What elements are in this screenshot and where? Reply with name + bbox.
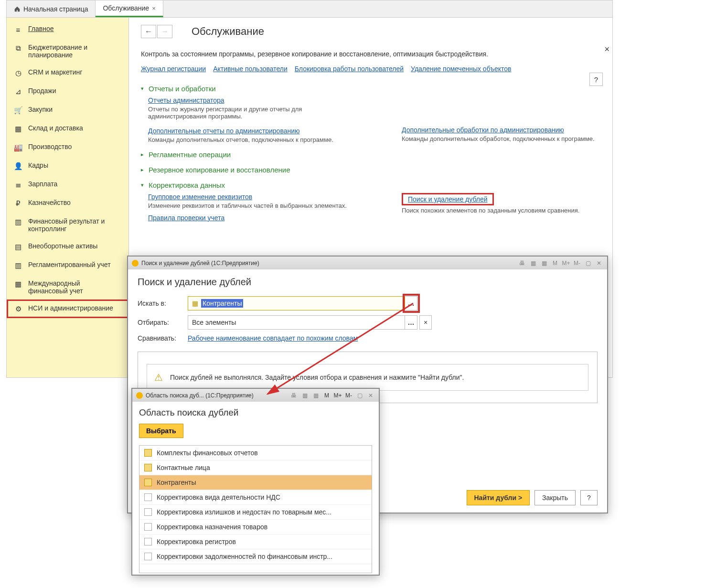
sidebar-item-1[interactable]: ⧉Бюджетирование и планирование [7,39,128,64]
list-item[interactable]: Корректировка регистров [139,535,372,549]
search-in-browse-button[interactable]: … [405,296,417,310]
filter-label: Отбирать: [138,319,181,326]
nav-back-icon[interactable]: ← [141,25,156,38]
list-item[interactable]: Корректировка излишков и недостач по тов… [139,505,372,520]
addl-reports-link[interactable]: Дополнительные отчеты по администрирован… [148,127,300,135]
app-icon [132,260,139,267]
close-button[interactable]: Закрыть [534,490,576,505]
close-icon[interactable]: × [152,5,156,12]
m-minus-icon[interactable]: M- [344,391,353,400]
list-item[interactable]: Комплекты финансовых отчетов [139,446,372,460]
sidebar-item-label: Бюджетирование и планирование [28,43,121,59]
sidebar-item-0[interactable]: ≡Главное [7,20,128,39]
page-close-icon[interactable]: × [604,44,609,54]
gear-icon: ⚙ [14,305,22,313]
m-icon[interactable]: M [322,391,331,400]
m-plus-icon[interactable]: M+ [562,259,570,267]
search-area-list[interactable]: Комплекты финансовых отчетовКонтактные л… [139,445,372,573]
filter-clear-button[interactable]: × [419,315,432,330]
search-in-value: Контрагенты [201,299,243,308]
sidebar-item-5[interactable]: ▦Склад и доставка [7,119,128,138]
page-title: Обслуживание [192,25,264,38]
list-item-label: Корректировка регистров [157,538,236,545]
tab-maintenance[interactable]: Обслуживание × [96,0,163,17]
filter-input[interactable]: Все элементы [188,315,405,330]
list-item-label: Комплекты финансовых отчетов [157,449,258,457]
sidebar-item-label: Закупки [28,106,53,113]
top-link-1[interactable]: Активные пользователи [213,65,288,73]
list-item[interactable]: Контрагенты [139,475,372,490]
m-plus-icon[interactable]: M+ [333,391,342,400]
top-link-3[interactable]: Удаление помеченных объектов [411,65,511,73]
section-reports[interactable]: ▾Отчеты и обработки [141,85,600,93]
sidebar-item-10[interactable]: ▥Финансовый результат и контроллинг [7,213,128,237]
sidebar-item-7[interactable]: 👤Кадры [7,157,128,175]
chart-icon: ⧉ [14,44,22,53]
find-duplicates-link[interactable]: Поиск и удаление дублей [408,195,488,203]
calc-icon-1[interactable]: ▦ [300,391,309,400]
sidebar-item-label: Финансовый результат и контроллинг [28,217,121,233]
find-duplicates-button[interactable]: Найти дубли > [467,490,530,505]
section-backup[interactable]: ▸Резервное копирование и восстановление [141,166,600,174]
maximize-icon[interactable]: ▢ [584,259,592,267]
m-icon[interactable]: M [551,259,559,267]
warning-icon: ⚠ [154,372,163,383]
list-item-label: Корректировка вида деятельности НДС [157,493,280,501]
calc-icon-1[interactable]: ▦ [529,259,537,267]
print-icon[interactable]: 🖶 [289,391,298,400]
calc-icon-2[interactable]: ▦ [540,259,548,267]
window-titlebar[interactable]: Область поиска дуб... (1С:Предприятие) 🖶… [132,389,379,402]
section-data-correction[interactable]: ▾Корректировка данных [141,181,600,189]
section-scheduled[interactable]: ▸Регламентные операции [141,150,600,159]
calc-icon-2[interactable]: ▦ [311,391,320,400]
list-item[interactable]: Корректировки задолженностей по финансов… [139,549,372,564]
top-link-2[interactable]: Блокировка работы пользователей [295,65,404,73]
sidebar-item-6[interactable]: 🏭Производство [7,138,128,157]
list-item-label: Контактные лица [157,464,210,471]
list-icon: ≣ [14,181,22,189]
print-icon[interactable]: 🖶 [518,259,526,267]
close-icon[interactable]: ✕ [366,391,375,400]
select-button[interactable]: Выбрать [139,424,183,438]
list-item[interactable]: Корректировка вида деятельности НДС [139,490,372,505]
sidebar-item-3[interactable]: ⊿Продажи [7,82,128,101]
admin-reports-link[interactable]: Отчеты администратора [148,96,224,104]
sidebar-item-label: CRM и маркетинг [28,68,82,76]
tab-label: Начальная страница [23,5,88,13]
nav-forward-icon[interactable]: → [157,25,172,38]
group-edit-link[interactable]: Групповое изменение реквизитов [148,193,252,201]
sidebar-item-4[interactable]: 🛒Закупки [7,101,128,119]
sidebar-item-12[interactable]: ▥Регламентированный учет [7,256,128,275]
sidebar-item-13[interactable]: ▦Международный финансовый учет [7,275,128,299]
search-in-input[interactable]: ▦ Контрагенты [188,296,405,310]
sidebar-item-9[interactable]: ₽Казначейство [7,194,128,213]
list-item[interactable]: Корректировка назначения товаров [139,520,372,535]
close-icon[interactable]: ✕ [595,259,603,267]
maximize-icon[interactable]: ▢ [355,391,364,400]
help-button[interactable]: ? [580,490,598,505]
window-titlebar[interactable]: Поиск и удаление дублей (1С:Предприятие)… [128,257,607,269]
tab-home[interactable]: Начальная страница [7,0,96,17]
doc-icon: ▥ [14,261,22,270]
sidebar-item-label: НСИ и администрирование [28,304,113,312]
page-help-button[interactable]: ? [589,73,603,86]
m-minus-icon[interactable]: M- [573,259,581,267]
top-link-0[interactable]: Журнал регистрации [141,65,206,73]
status-text: Поиск дублей не выполнялся. Задайте усло… [170,374,464,381]
top-links: Журнал регистрацииАктивные пользователиБ… [141,65,600,73]
globe-icon: ▦ [14,280,22,289]
boxes-icon: ▦ [14,125,22,133]
sidebar-item-8[interactable]: ≣Зарплата [7,175,128,194]
list-item[interactable]: Контактные лица [139,460,372,475]
filter-browse-button[interactable]: … [405,315,417,330]
sidebar-item-label: Казначейство [28,199,71,206]
check-rules-link[interactable]: Правила проверки учета [148,214,224,222]
compare-link[interactable]: Рабочее наименование совпадает по похожи… [188,334,358,342]
sidebar-item-label: Внеоборотные активы [28,242,97,250]
addl-processing-link[interactable]: Дополнительные обработки по администриро… [402,126,564,134]
sidebar-item-2[interactable]: ◷CRM и маркетинг [7,64,128,82]
window-title: Область поиска дуб... (1С:Предприятие) [146,392,254,399]
sidebar-item-11[interactable]: ▤Внеоборотные активы [7,237,128,256]
sidebar-item-14[interactable]: ⚙НСИ и администрирование [7,299,128,318]
dialog-title: Поиск и удаление дублей [138,277,598,288]
